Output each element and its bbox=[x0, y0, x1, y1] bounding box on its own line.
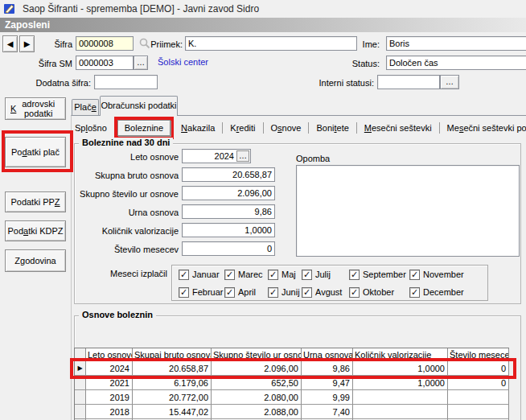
table-row-2024[interactable]: ▶ 2024 20.658,87 2.096,00 9,86 1,0000 0 bbox=[75, 361, 509, 376]
subtab-divider bbox=[263, 122, 264, 134]
sifra-sm-label: Šifra SM bbox=[16, 57, 72, 70]
table-row-2021[interactable]: 2021 6.179,06 652,50 9,47 1,0000 0 bbox=[75, 376, 509, 390]
interni-statusi-label: Interni statusi: bbox=[277, 76, 374, 89]
subtab-mesecni-sestevki[interactable]: Mesečni seštevki bbox=[363, 123, 434, 133]
subtab-divider bbox=[439, 122, 440, 134]
status-input[interactable]: Določen čas bbox=[386, 56, 526, 70]
title-bar: Saop Šifranti - sprememba [DEMO] - Javni… bbox=[0, 0, 526, 19]
subtab-nakazila[interactable]: Nakazila bbox=[179, 123, 216, 133]
sifra-sm-input[interactable]: 0000003 bbox=[76, 56, 134, 70]
table-row-2018[interactable]: 2018 15.447,02 2.088,00 7,40 bbox=[75, 405, 509, 419]
month-label: Julij bbox=[315, 270, 331, 279]
cell: 2.088,00 bbox=[212, 405, 302, 419]
cell bbox=[448, 390, 509, 405]
cell: 2024 bbox=[86, 361, 133, 376]
cell: 9,86 bbox=[302, 361, 353, 376]
checkbox-maj[interactable]: ✓ Maj bbox=[268, 269, 296, 280]
group-osnove-title: Osnove boleznin bbox=[79, 310, 156, 319]
subtab-divider bbox=[222, 122, 223, 134]
col-header-skupno-stevilo-ur: Skupno število ur osnove bbox=[212, 348, 302, 361]
month-label: Maj bbox=[281, 270, 296, 279]
cell: 652,50 bbox=[212, 376, 302, 390]
subtab-krediti[interactable]: Krediti bbox=[228, 123, 257, 133]
prev-record-button[interactable]: ◀ bbox=[2, 35, 18, 52]
checkbox-marec[interactable]: ✓ Marec bbox=[224, 269, 263, 280]
priimek-label: Priimek: bbox=[129, 38, 183, 51]
ime-label: Ime: bbox=[338, 38, 380, 51]
sidebar-button-kadrovski-podatki[interactable]: Kadrovski podatki bbox=[5, 97, 66, 120]
check-icon: ✓ bbox=[302, 270, 312, 280]
ime-input[interactable]: Boris bbox=[386, 36, 526, 51]
check-icon: ✓ bbox=[179, 287, 189, 298]
subtab-osnove[interactable]: Osnove bbox=[269, 123, 303, 133]
col-header-skupaj-bruto-osnova: Skupaj bruto osnova bbox=[133, 348, 212, 361]
sidebar-button-podatki-kdpz[interactable]: Podatki KDPZ bbox=[5, 220, 66, 241]
subtab-divider bbox=[356, 122, 357, 134]
month-label: September bbox=[363, 270, 406, 279]
row-selector-cell bbox=[75, 405, 86, 419]
leto-osnove-lookup-button[interactable]: … bbox=[236, 150, 249, 162]
cell: 2019 bbox=[86, 390, 133, 405]
dodatna-sifra-input[interactable] bbox=[94, 75, 158, 89]
urna-osnova-input[interactable]: 9,86 bbox=[182, 204, 275, 219]
group-boleznine-title: Boleznine nad 30 dni bbox=[79, 138, 173, 147]
checkbox-avgust[interactable]: ✓ Avgust bbox=[302, 286, 342, 298]
check-icon: ✓ bbox=[268, 287, 278, 298]
tab-place[interactable]: Plače bbox=[72, 99, 99, 115]
checkbox-september[interactable]: ✓ September bbox=[349, 269, 406, 280]
interni-statusi-lookup-button[interactable]: … bbox=[440, 75, 459, 89]
sifra-sm-lookup-button[interactable]: … bbox=[134, 56, 148, 70]
subtab-divider bbox=[308, 122, 309, 134]
opomba-textarea[interactable] bbox=[296, 165, 520, 257]
month-label: Oktober bbox=[363, 287, 394, 297]
app-window: Saop Šifranti - sprememba [DEMO] - Javni… bbox=[0, 0, 526, 420]
table-row-2019[interactable]: 2019 20.772,00 2.080,00 9,99 bbox=[75, 390, 509, 405]
subtab-mesecni-sestevki-po-dm[interactable]: Mesečni seštevki po DM bbox=[446, 123, 526, 133]
cell: 2.096,00 bbox=[212, 361, 302, 376]
skupna-bruto-osnova-input[interactable]: 20.658,87 bbox=[182, 167, 275, 182]
month-label: Marec bbox=[238, 270, 263, 279]
subtab-bonitete[interactable]: Bonitete bbox=[314, 123, 350, 133]
leto-osnove-label: Leto osnove bbox=[76, 150, 179, 163]
check-icon: ✓ bbox=[179, 270, 189, 280]
sifra-sm-link[interactable]: Šolski center bbox=[158, 57, 208, 67]
checkbox-december[interactable]: ✓ December bbox=[409, 286, 464, 298]
meseci-izplacil-label: Meseci izplačil bbox=[71, 267, 167, 280]
col-header-urna-osnova: Urna osnova bbox=[302, 348, 353, 361]
col-header-stevilo-mesecev: Število mesecev bbox=[448, 348, 509, 361]
cell: 6.179,06 bbox=[133, 376, 212, 390]
kolicnik-valorizacije-label: Količnik valorizacije bbox=[76, 224, 179, 237]
cell: 15.447,02 bbox=[133, 405, 212, 419]
checkbox-januar[interactable]: ✓ Januar bbox=[179, 269, 220, 280]
cell bbox=[448, 405, 509, 419]
skupno-stevilo-ur-input[interactable]: 2.096,00 bbox=[182, 186, 275, 200]
checkbox-februar[interactable]: ✓ Februar bbox=[179, 286, 224, 298]
tab-obracunski-podatki[interactable]: Obračunski podatki bbox=[100, 96, 178, 116]
sidebar-button-podatki-plac[interactable]: Podatki plač bbox=[5, 137, 66, 167]
cell: 7,40 bbox=[302, 405, 353, 419]
sidebar-button-zgodovina[interactable]: Zgodovina bbox=[5, 249, 66, 272]
check-icon: ✓ bbox=[409, 287, 420, 298]
kolicnik-valorizacije-input[interactable]: 1,0000 bbox=[182, 223, 275, 237]
priimek-input[interactable]: K. bbox=[185, 36, 357, 51]
skupna-bruto-osnova-label: Skupna bruto osnova bbox=[76, 169, 179, 182]
form-caption: Zaposleni bbox=[0, 18, 526, 32]
checkbox-julij[interactable]: ✓ Julij bbox=[302, 269, 331, 280]
subtab-strip: Splošno Boleznine Nakazila Krediti Osnov… bbox=[73, 117, 526, 138]
checkbox-april[interactable]: ✓ April bbox=[224, 286, 256, 298]
checkbox-oktober[interactable]: ✓ Oktober bbox=[349, 286, 394, 298]
checkbox-junij[interactable]: ✓ Junij bbox=[268, 286, 300, 298]
check-icon: ✓ bbox=[349, 270, 360, 280]
checkbox-november[interactable]: ✓ November bbox=[409, 269, 464, 280]
cell: 0 bbox=[448, 376, 509, 390]
subtab-boleznine[interactable]: Boleznine bbox=[117, 120, 171, 136]
sifra-input[interactable]: 0000008 bbox=[76, 36, 134, 51]
leto-osnove-input[interactable]: 2024 … bbox=[182, 149, 251, 163]
stevilo-mesecev-input[interactable]: 0 bbox=[182, 241, 275, 256]
subtab-splosno[interactable]: Splošno bbox=[73, 123, 109, 133]
check-icon: ✓ bbox=[349, 287, 360, 298]
leto-osnove-value: 2024 bbox=[185, 150, 236, 163]
annotation-box-boleznine: Boleznine bbox=[114, 117, 174, 139]
interni-statusi-input[interactable] bbox=[377, 75, 440, 89]
sidebar-button-podatki-ppz[interactable]: Podatki PPZ bbox=[5, 191, 66, 212]
